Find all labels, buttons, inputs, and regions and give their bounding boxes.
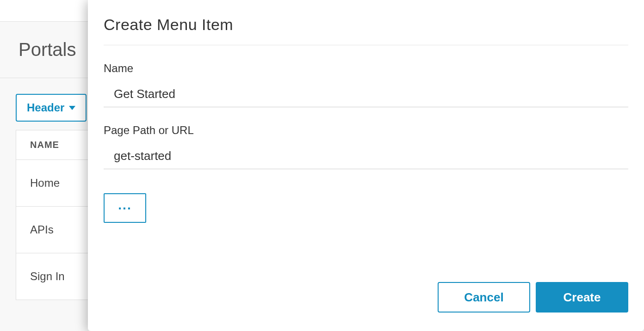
- menu-items-table: NAME Home APIs Sign In: [16, 130, 90, 300]
- page-title: Portals: [19, 39, 76, 60]
- more-options-button[interactable]: ...: [104, 193, 146, 223]
- dialog-footer: Cancel Create: [104, 264, 628, 313]
- path-input[interactable]: [104, 145, 628, 169]
- table-row[interactable]: Home: [16, 160, 89, 207]
- name-field-group: Name: [104, 62, 628, 107]
- divider: [104, 45, 628, 45]
- path-label: Page Path or URL: [104, 124, 628, 137]
- table-row[interactable]: APIs: [16, 207, 89, 253]
- dialog-title: Create Menu Item: [104, 16, 628, 34]
- path-field-group: Page Path or URL: [104, 124, 628, 169]
- table-row[interactable]: Sign In: [16, 253, 89, 300]
- name-label: Name: [104, 62, 628, 75]
- header-dropdown-label: Header: [27, 101, 64, 114]
- caret-down-icon: [69, 106, 75, 110]
- cancel-button[interactable]: Cancel: [438, 282, 530, 313]
- create-menu-item-dialog: Create Menu Item Name Page Path or URL .…: [88, 0, 644, 331]
- table-header-name: NAME: [16, 130, 89, 160]
- header-dropdown[interactable]: Header: [16, 94, 87, 122]
- create-button[interactable]: Create: [536, 282, 628, 313]
- name-input[interactable]: [104, 83, 628, 107]
